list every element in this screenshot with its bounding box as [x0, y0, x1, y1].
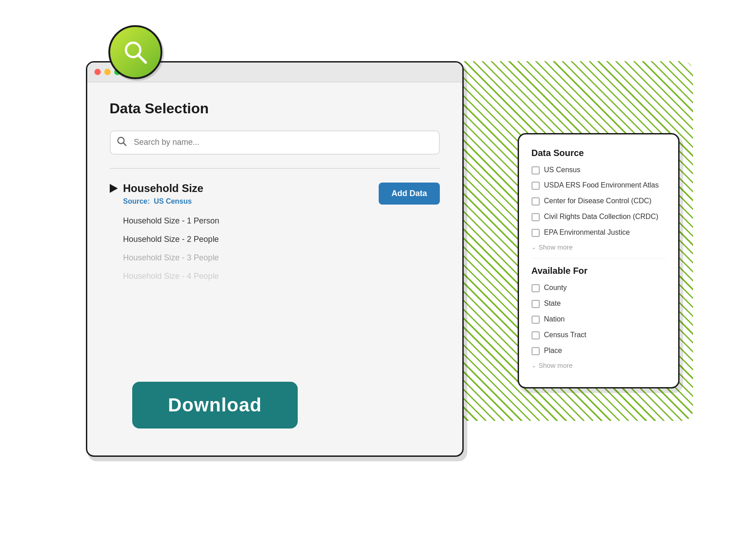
filter-item-county: County [532, 283, 666, 293]
sub-items-list: Household Size - 1 Person Household Size… [110, 214, 440, 283]
filter-item-state: State [532, 299, 666, 308]
filter-label-county: County [544, 283, 567, 293]
download-button-container: Download [132, 382, 298, 428]
minimize-button[interactable] [104, 69, 111, 75]
filter-label-usda: USDA ERS Food Environment Atlas [544, 181, 659, 190]
available-for-show-more[interactable]: ⌄ Show more [532, 361, 666, 369]
search-container [110, 130, 440, 155]
filter-item-epa: EPA Environmental Justice [532, 228, 666, 237]
filter-label-state: State [544, 299, 561, 308]
checkbox-us-census[interactable] [532, 166, 540, 174]
dataset-source-link[interactable]: US Census [154, 197, 192, 205]
divider [110, 168, 440, 169]
data-source-title: Data Source [532, 148, 666, 158]
filter-item-crdc: Civil Rights Data Collection (CRDC) [532, 212, 666, 222]
checkbox-county[interactable] [532, 284, 540, 292]
chevron-down-icon-2: ⌄ [532, 362, 536, 369]
filter-item-census-tract: Census Tract [532, 330, 666, 340]
filter-item-us-census: US Census [532, 165, 666, 175]
list-item: Household Size - 4 People [110, 270, 440, 283]
show-more-label-available: Show more [539, 361, 573, 369]
checkbox-crdc[interactable] [532, 213, 540, 221]
checkbox-epa[interactable] [532, 229, 540, 237]
available-for-title: Available For [532, 266, 666, 276]
data-item-header: Household Size Source: US Census Add Dat… [110, 182, 440, 205]
checkbox-state[interactable] [532, 300, 540, 308]
filter-label-cdc: Center for Disease Control (CDC) [544, 196, 652, 206]
filter-label-nation: Nation [544, 315, 565, 324]
filter-label-place: Place [544, 346, 562, 356]
filter-item-place: Place [532, 346, 666, 356]
filter-label-us-census: US Census [544, 165, 581, 175]
data-item-info: Household Size Source: US Census [110, 182, 204, 205]
download-button[interactable]: Download [132, 382, 298, 428]
checkbox-usda[interactable] [532, 182, 540, 190]
dataset-name: Household Size [123, 182, 204, 195]
svg-line-3 [123, 143, 126, 146]
filter-label-crdc: Civil Rights Data Collection (CRDC) [544, 212, 658, 222]
dataset-source: Source: US Census [123, 197, 204, 205]
list-item: Household Size - 3 People [110, 251, 440, 264]
filter-item-cdc: Center for Disease Control (CDC) [532, 196, 666, 206]
app-logo [108, 25, 162, 79]
checkbox-nation[interactable] [532, 316, 540, 324]
checkbox-place[interactable] [532, 347, 540, 355]
page-title: Data Selection [110, 100, 440, 117]
svg-line-1 [138, 55, 146, 62]
magnifier-icon [121, 38, 149, 66]
list-item: Household Size - 1 Person [110, 214, 440, 228]
expand-icon[interactable] [110, 184, 118, 193]
filter-item-nation: Nation [532, 315, 666, 324]
add-data-button[interactable]: Add Data [379, 183, 439, 205]
checkbox-census-tract[interactable] [532, 331, 540, 339]
chevron-down-icon: ⌄ [532, 244, 536, 250]
filter-divider [532, 258, 666, 259]
list-item: Household Size - 2 People [110, 233, 440, 246]
main-window: Data Selection Household Size [86, 61, 464, 457]
search-icon [117, 136, 127, 148]
show-more-label-source: Show more [539, 243, 573, 251]
filter-item-usda: USDA ERS Food Environment Atlas [532, 181, 666, 190]
filter-label-epa: EPA Environmental Justice [544, 228, 630, 237]
filter-label-census-tract: Census Tract [544, 330, 586, 340]
close-button[interactable] [94, 69, 101, 75]
filter-panel: Data Source US Census USDA ERS Food Envi… [518, 133, 680, 389]
data-source-show-more[interactable]: ⌄ Show more [532, 243, 666, 251]
checkbox-cdc[interactable] [532, 197, 540, 205]
search-input[interactable] [110, 130, 440, 155]
